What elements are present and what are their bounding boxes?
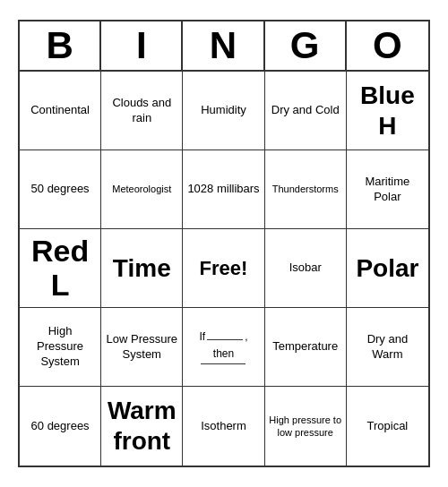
cell-4-2: Low Pressure System bbox=[101, 308, 183, 387]
cell-text: 1028 millibars bbox=[187, 182, 259, 197]
cell-text: Free! bbox=[200, 257, 248, 280]
cell-1-4: Dry and Cold bbox=[265, 72, 347, 150]
cell-text: Meteorologist bbox=[112, 183, 171, 195]
cell-text: Blue H bbox=[350, 81, 425, 141]
if-text: If, bbox=[199, 329, 247, 345]
answer-line bbox=[201, 363, 246, 364]
then-text: then bbox=[213, 346, 234, 362]
cell-text: Dry and Cold bbox=[271, 103, 340, 118]
cell-text: Time bbox=[113, 253, 171, 284]
cell-text: Temperature bbox=[272, 339, 338, 355]
cell-text: 50 degrees bbox=[31, 182, 90, 197]
header-i: I bbox=[101, 21, 183, 70]
cell-text: 60 degrees bbox=[31, 419, 90, 434]
bingo-header: B I N G O bbox=[20, 21, 428, 72]
cell-text: Humidity bbox=[201, 103, 246, 118]
header-b: B bbox=[20, 21, 101, 70]
cell-text: Low Pressure System bbox=[105, 332, 178, 363]
cell-5-3: Isotherm bbox=[183, 387, 264, 466]
cell-text: Maritime Polar bbox=[350, 175, 425, 205]
cell-2-2: Meteorologist bbox=[101, 150, 183, 229]
cell-text: Isobar bbox=[289, 261, 322, 276]
cell-2-3: 1028 millibars bbox=[183, 150, 264, 229]
cell-4-4: Temperature bbox=[265, 308, 347, 387]
bingo-card: B I N G O Continental Clouds and rain Hu… bbox=[18, 20, 430, 467]
cell-text: Dry and Warm bbox=[350, 332, 425, 363]
cell-3-1: Red L bbox=[20, 229, 101, 308]
cell-3-2: Time bbox=[101, 229, 183, 308]
cell-3-4: Isobar bbox=[265, 229, 347, 308]
cell-text: Red L bbox=[23, 235, 97, 302]
header-n: N bbox=[183, 21, 264, 70]
cell-text: High pressure to low pressure bbox=[269, 414, 342, 440]
cell-4-1: High Pressure System bbox=[20, 308, 101, 387]
cell-3-5: Polar bbox=[347, 229, 428, 308]
bingo-grid: Continental Clouds and rain Humidity Dry… bbox=[20, 72, 428, 466]
cell-5-4: High pressure to low pressure bbox=[265, 387, 347, 466]
cell-4-5: Dry and Warm bbox=[347, 308, 428, 387]
cell-5-2: Warm front bbox=[101, 387, 183, 466]
cell-text: Tropical bbox=[367, 419, 409, 434]
cell-1-1: Continental bbox=[20, 72, 101, 150]
cell-2-1: 50 degrees bbox=[20, 150, 101, 229]
cell-text: Warm front bbox=[105, 396, 178, 456]
cell-2-5: Maritime Polar bbox=[347, 150, 428, 229]
cell-text: Thunderstorms bbox=[272, 183, 339, 195]
cell-5-5: Tropical bbox=[347, 387, 428, 466]
cell-3-3-free: Free! bbox=[183, 229, 264, 308]
header-g: G bbox=[265, 21, 347, 70]
cell-text: High Pressure System bbox=[23, 324, 97, 370]
cell-1-3: Humidity bbox=[183, 72, 264, 150]
cell-1-5: Blue H bbox=[347, 72, 428, 150]
cell-4-3-ifthen: If, then bbox=[183, 308, 264, 387]
cell-text: Clouds and rain bbox=[105, 96, 178, 126]
cell-5-1: 60 degrees bbox=[20, 387, 101, 466]
if-then-content: If, then bbox=[199, 329, 247, 364]
header-o: O bbox=[347, 21, 428, 70]
cell-2-4: Thunderstorms bbox=[265, 150, 347, 229]
cell-text: Continental bbox=[30, 103, 90, 118]
cell-1-2: Clouds and rain bbox=[101, 72, 183, 150]
cell-text: Polar bbox=[356, 253, 418, 284]
cell-text: Isotherm bbox=[201, 419, 246, 434]
